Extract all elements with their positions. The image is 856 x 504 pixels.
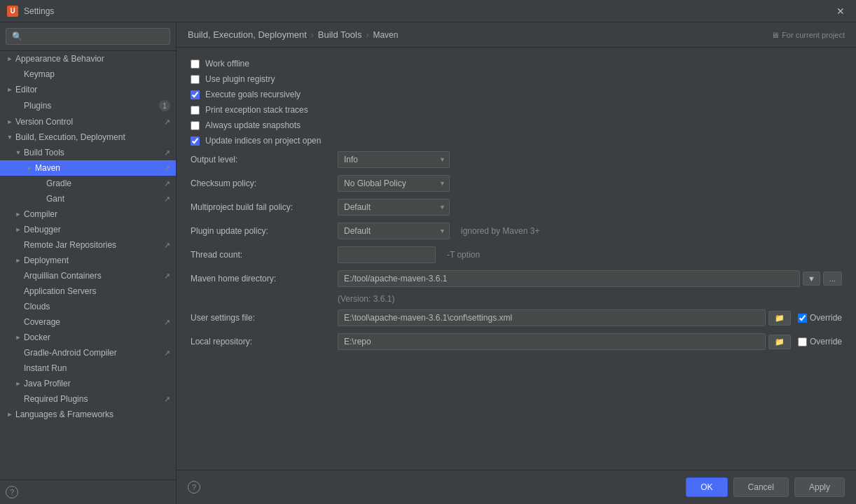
sidebar-item-deployment[interactable]: ►Deployment bbox=[0, 253, 176, 268]
output-level-select[interactable]: Info Debug Warning Error bbox=[338, 151, 450, 168]
sidebar-item-label-maven: Maven bbox=[35, 163, 161, 173]
sidebar-item-label-docker: Docker bbox=[24, 332, 170, 342]
sidebar-item-app-servers[interactable]: ►Application Servers bbox=[0, 284, 176, 299]
maven-home-dropdown-btn[interactable]: ▼ bbox=[803, 272, 820, 286]
checkbox-label-work-offline: Work offline bbox=[205, 59, 249, 69]
checksum-policy-select[interactable]: No Global Policy Warn Fail Ignore bbox=[338, 175, 450, 192]
maven-home-row: Maven home directory: ▼ ... bbox=[191, 270, 842, 287]
sidebar-bottom: ? bbox=[0, 479, 176, 504]
sidebar-item-build-tools[interactable]: ▼Build Tools↗ bbox=[0, 145, 176, 160]
sync-icon-gradle: ↗ bbox=[164, 179, 170, 188]
plugin-update-select-wrapper: Default Always Never Daily bbox=[338, 223, 450, 239]
sidebar-item-label-gant: Gant bbox=[46, 194, 161, 204]
sidebar-item-required-plugins[interactable]: ►Required Plugins↗ bbox=[0, 391, 176, 407]
tree-arrow-docker: ► bbox=[14, 333, 22, 342]
checkbox-always-update-snapshots[interactable] bbox=[191, 121, 200, 130]
tree-arrow-debugger: ► bbox=[14, 225, 22, 234]
sidebar-item-languages-frameworks[interactable]: ►Languages & Frameworks bbox=[0, 407, 176, 422]
sidebar-item-build-exec-deploy[interactable]: ▼Build, Execution, Deployment bbox=[0, 130, 176, 145]
checkbox-print-exception-stack-traces[interactable] bbox=[191, 106, 200, 115]
maven-home-browse-btn[interactable]: ... bbox=[823, 272, 842, 286]
version-note-text: (Version: 3.6.1) bbox=[338, 294, 394, 304]
sidebar-item-gant[interactable]: ►Gant↗ bbox=[0, 191, 176, 206]
sidebar-item-appearance-behavior[interactable]: ►Appearance & Behavior bbox=[0, 51, 176, 66]
dialog-body: ►Appearance & Behavior►Keymap►Editor►Plu… bbox=[0, 22, 856, 504]
dialog-footer: ? OK Cancel Apply bbox=[177, 470, 856, 504]
apply-button[interactable]: Apply bbox=[794, 477, 845, 497]
maven-home-input[interactable] bbox=[338, 270, 800, 287]
sidebar-item-label-debugger: Debugger bbox=[24, 225, 170, 234]
sidebar-item-label-compiler: Compiler bbox=[24, 209, 170, 219]
tree-arrow-deployment: ► bbox=[14, 256, 22, 265]
sidebar-item-label-coverage: Coverage bbox=[24, 317, 161, 327]
sidebar-item-gradle-android[interactable]: ►Gradle-Android Compiler↗ bbox=[0, 345, 176, 360]
sidebar-item-remote-jar-repos[interactable]: ►Remote Jar Repositories↗ bbox=[0, 237, 176, 253]
thread-count-row: Thread count: -T option bbox=[191, 246, 842, 263]
sidebar-item-label-version-control: Version Control bbox=[15, 117, 161, 127]
sidebar-item-editor[interactable]: ►Editor bbox=[0, 82, 176, 97]
sidebar-item-coverage[interactable]: ►Coverage↗ bbox=[0, 314, 176, 330]
sidebar-item-label-app-servers: Application Servers bbox=[24, 286, 170, 296]
footer-help-icon[interactable]: ? bbox=[188, 481, 200, 493]
checkbox-use-plugin-registry[interactable] bbox=[191, 75, 200, 84]
user-settings-override-label: Override bbox=[810, 313, 842, 323]
local-repo-input[interactable] bbox=[338, 333, 766, 350]
checkbox-row-execute-goals-recursively: Execute goals recursively bbox=[191, 90, 842, 99]
app-icon: U bbox=[7, 6, 18, 17]
checkbox-execute-goals-recursively[interactable] bbox=[191, 90, 200, 99]
sidebar-item-label-java-profiler: Java Profiler bbox=[24, 379, 170, 388]
sidebar-item-label-gradle: Gradle bbox=[46, 178, 161, 188]
sidebar-item-maven[interactable]: ►Maven↗ bbox=[0, 160, 176, 176]
multiproject-select[interactable]: Default After current project At the end… bbox=[338, 199, 450, 216]
breadcrumb-part-1: Build Tools bbox=[318, 29, 362, 40]
checkboxes-container: Work offlineUse plugin registryExecute g… bbox=[191, 59, 842, 146]
breadcrumb-sep-0: › bbox=[311, 30, 314, 40]
close-button[interactable]: ✕ bbox=[832, 4, 849, 18]
tree-arrow-maven: ► bbox=[25, 164, 34, 172]
checkbox-update-indices-on-project-open[interactable] bbox=[191, 136, 200, 146]
title-bar-text: Settings bbox=[24, 6, 832, 16]
search-input[interactable] bbox=[6, 28, 170, 45]
user-settings-input[interactable] bbox=[338, 309, 766, 326]
local-repo-browse-btn[interactable]: 📁 bbox=[768, 335, 791, 349]
sidebar-item-docker[interactable]: ►Docker bbox=[0, 330, 176, 345]
sync-icon-gradle-android: ↗ bbox=[164, 349, 170, 358]
user-settings-browse-btn[interactable]: 📁 bbox=[768, 311, 791, 326]
user-settings-override-checkbox[interactable] bbox=[798, 314, 807, 323]
sidebar-item-clouds[interactable]: ►Clouds bbox=[0, 299, 176, 314]
maven-home-label: Maven home directory: bbox=[191, 274, 331, 284]
output-level-row: Output level: Info Debug Warning Error bbox=[191, 151, 842, 168]
ok-button[interactable]: OK bbox=[686, 477, 727, 497]
sidebar-item-label-plugins: Plugins bbox=[24, 101, 156, 111]
local-repo-row: Local repository: 📁 Override bbox=[191, 333, 842, 350]
multiproject-select-wrapper: Default After current project At the end… bbox=[338, 199, 450, 216]
sidebar-item-label-clouds: Clouds bbox=[24, 302, 170, 312]
maven-home-dir-row: ▼ ... bbox=[338, 270, 842, 287]
sidebar-help-icon[interactable]: ? bbox=[6, 486, 18, 498]
sidebar-item-gradle[interactable]: ►Gradle↗ bbox=[0, 176, 176, 191]
version-note: (Version: 3.6.1) bbox=[191, 294, 842, 304]
plugin-update-select[interactable]: Default Always Never Daily bbox=[338, 223, 450, 239]
sidebar-item-arquillian[interactable]: ►Arquillian Containers↗ bbox=[0, 268, 176, 284]
user-settings-dir-row: 📁 bbox=[338, 309, 791, 326]
checksum-policy-row: Checksum policy: No Global Policy Warn F… bbox=[191, 175, 842, 192]
local-repo-label: Local repository: bbox=[191, 337, 331, 346]
sidebar-item-label-deployment: Deployment bbox=[24, 255, 170, 265]
thread-count-input[interactable] bbox=[338, 246, 436, 263]
sidebar-item-compiler[interactable]: ►Compiler bbox=[0, 206, 176, 222]
sidebar-item-keymap[interactable]: ►Keymap bbox=[0, 66, 176, 82]
tree-arrow-version-control: ► bbox=[6, 118, 14, 126]
plugin-update-hint: ignored by Maven 3+ bbox=[461, 226, 539, 236]
sidebar-item-java-profiler[interactable]: ►Java Profiler bbox=[0, 376, 176, 391]
sidebar-item-debugger[interactable]: ►Debugger bbox=[0, 222, 176, 237]
sync-icon-required-plugins: ↗ bbox=[164, 395, 170, 404]
checkbox-work-offline[interactable] bbox=[191, 59, 200, 69]
tree-arrow-editor: ► bbox=[6, 85, 14, 94]
sidebar-item-plugins[interactable]: ►Plugins1 bbox=[0, 97, 176, 114]
checkbox-label-use-plugin-registry: Use plugin registry bbox=[205, 74, 275, 84]
sidebar-item-instant-run[interactable]: ►Instant Run bbox=[0, 360, 176, 376]
local-repo-override-checkbox[interactable] bbox=[798, 337, 807, 346]
sidebar-item-version-control[interactable]: ►Version Control↗ bbox=[0, 114, 176, 130]
cancel-button[interactable]: Cancel bbox=[733, 477, 789, 497]
checkbox-label-execute-goals-recursively: Execute goals recursively bbox=[205, 90, 301, 99]
